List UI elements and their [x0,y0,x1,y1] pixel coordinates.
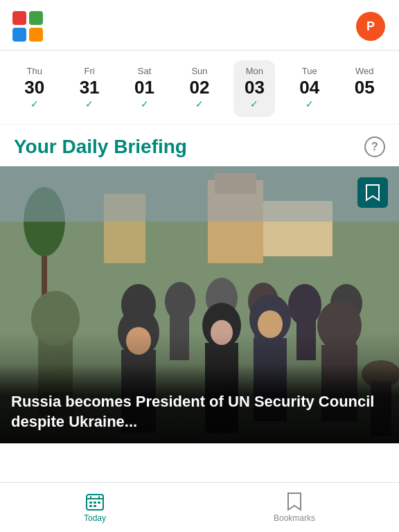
day-number: 03 [245,78,265,98]
calendar-day[interactable]: Mon03✓ [233,60,275,117]
svg-rect-48 [89,505,92,507]
app-logo[interactable] [11,10,44,43]
svg-rect-44 [98,496,100,499]
svg-rect-49 [94,505,96,507]
svg-rect-0 [12,11,26,25]
calendar-day[interactable]: Wed05 [344,60,385,117]
day-number: 31 [80,78,100,98]
day-check: ✓ [250,99,258,112]
calendar-strip: Thu30✓Fri31✓Sat01✓Sun02✓Mon03✓Tue04✓Wed0… [0,51,399,125]
calendar-day[interactable]: Fri31✓ [69,60,110,117]
day-label: Sat [138,66,152,76]
caption-overlay: Russia becomes President of UN Security … [0,364,399,443]
bookmark-icon [365,184,380,202]
day-label: Sun [191,66,207,76]
calendar-day[interactable]: Sat01✓ [124,60,166,117]
caption-text: Russia becomes President of UN Security … [11,392,388,432]
day-number: 30 [24,78,44,98]
day-check: ✓ [195,99,204,112]
day-label: Thu [27,66,42,76]
calendar-day[interactable]: Tue04✓ [289,60,330,117]
svg-rect-3 [29,28,43,42]
day-label: Tue [302,66,317,76]
help-button[interactable]: ? [364,136,385,157]
calendar-day[interactable]: Thu30✓ [14,60,55,117]
svg-rect-47 [98,502,100,504]
section-title-row: Your Daily Briefing ? [0,125,399,166]
nav-today[interactable]: Today [70,486,120,529]
svg-rect-1 [29,11,43,25]
day-label: Wed [355,66,374,76]
calendar-day[interactable]: Sun02✓ [179,60,220,117]
news-image-container[interactable]: Russia becomes President of UN Security … [0,166,399,443]
day-number: 04 [299,78,319,98]
bookmark-button[interactable] [357,177,388,208]
day-label: Fri [85,66,95,76]
day-check: ✓ [141,99,149,112]
day-check: ✓ [305,99,314,112]
day-label: Mon [246,66,263,76]
bottom-nav: Today Bookmarks [0,482,399,532]
svg-rect-2 [12,28,26,42]
svg-rect-46 [94,502,96,504]
today-label: Today [84,513,106,523]
day-check: ✓ [30,99,39,112]
section-title: Your Daily Briefing [14,136,187,158]
svg-rect-43 [90,496,91,499]
day-number: 01 [134,78,154,98]
day-number: 05 [355,78,375,98]
nav-bookmarks[interactable]: Bookmarks [260,486,329,529]
svg-rect-45 [89,502,92,504]
day-check: ✓ [85,99,94,112]
bookmarks-label: Bookmarks [274,513,315,523]
today-icon [85,492,105,511]
bookmarks-icon [286,492,303,511]
user-avatar[interactable]: P [356,12,385,41]
header: P [0,0,399,51]
day-number: 02 [190,78,210,98]
